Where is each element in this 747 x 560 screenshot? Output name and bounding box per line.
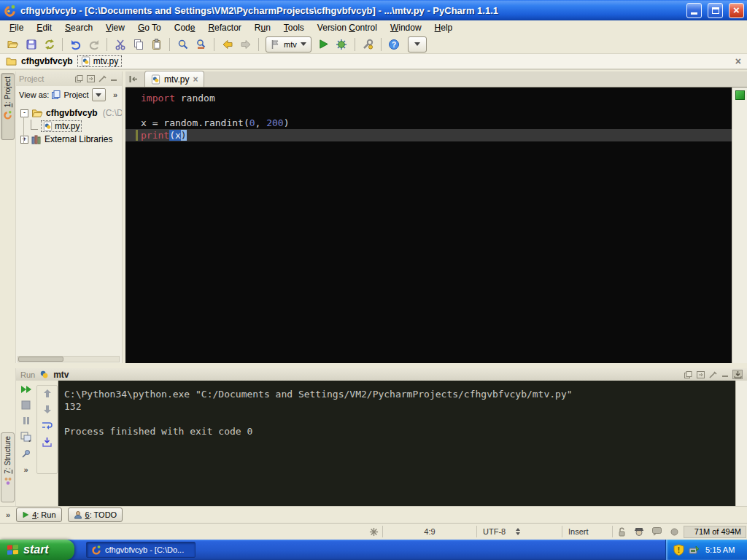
breadcrumb-file[interactable]: mtv.py bbox=[77, 55, 122, 67]
copy-button[interactable] bbox=[129, 36, 147, 52]
menu-window[interactable]: Window bbox=[384, 21, 428, 34]
stop-button[interactable] bbox=[21, 400, 31, 410]
start-button[interactable]: start bbox=[0, 540, 74, 560]
minimize-button[interactable] bbox=[686, 3, 702, 18]
navbar-close-icon[interactable]: × bbox=[735, 55, 741, 67]
help-icon: ? bbox=[388, 39, 400, 50]
toolbar-dropdown-button[interactable] bbox=[408, 36, 427, 52]
redo-button[interactable] bbox=[85, 36, 103, 52]
collapse-toggle-icon[interactable]: - bbox=[20, 109, 28, 117]
expand-toggle-icon[interactable]: + bbox=[20, 136, 28, 144]
panel-settings-icon[interactable] bbox=[708, 370, 718, 379]
synchronize-button[interactable] bbox=[40, 36, 58, 52]
forward-button[interactable] bbox=[236, 36, 255, 52]
background-tasks-icon[interactable] bbox=[365, 527, 382, 537]
file-encoding[interactable]: UTF-8 bbox=[477, 524, 562, 540]
cut-button[interactable] bbox=[111, 36, 129, 52]
console-right-stripe bbox=[735, 381, 747, 506]
copy-icon bbox=[133, 39, 144, 50]
editor-tab-mtv[interactable]: mtv.py × bbox=[144, 71, 204, 87]
breadcrumb-project[interactable]: cfhgvbfvcyb bbox=[21, 56, 73, 66]
run-tab-label[interactable]: mtv bbox=[53, 370, 69, 380]
menu-refactor[interactable]: Refactor bbox=[201, 21, 247, 34]
menu-search[interactable]: Search bbox=[58, 21, 99, 34]
libraries-icon bbox=[31, 135, 42, 144]
undo-button[interactable] bbox=[66, 36, 85, 52]
safely-remove-hardware-icon[interactable] bbox=[689, 545, 700, 555]
tool-button-todo[interactable]: 6: TODO bbox=[68, 508, 123, 522]
notifications-bubble-icon[interactable] bbox=[648, 527, 665, 536]
minimize-panel-icon[interactable] bbox=[720, 370, 730, 379]
tool-button-structure[interactable]: 7: Structure bbox=[1, 432, 15, 502]
viewas-chevrons[interactable]: » bbox=[113, 90, 117, 99]
hide-panel-icon[interactable] bbox=[732, 370, 743, 379]
run-console[interactable]: C:\Python34\python.exe "C:/Documents and… bbox=[58, 381, 735, 506]
debug-button[interactable] bbox=[333, 36, 351, 52]
dock-window-icon[interactable] bbox=[695, 370, 705, 379]
dock-window-icon[interactable] bbox=[86, 74, 96, 83]
restore-layout-button[interactable] bbox=[20, 432, 31, 442]
view-mode-value[interactable]: Project bbox=[63, 90, 88, 99]
tree-row-root[interactable]: - cfhgvbfvcyb (C:\Do bbox=[20, 106, 122, 120]
insert-mode-indicator[interactable]: Insert bbox=[562, 524, 612, 540]
scrollbar-thumb[interactable] bbox=[18, 357, 63, 362]
run-configuration-select[interactable]: mtv bbox=[266, 36, 311, 52]
horizontal-splitter[interactable] bbox=[0, 363, 747, 368]
toolwin-chevrons[interactable]: » bbox=[6, 510, 10, 519]
menu-edit[interactable]: Edit bbox=[30, 21, 58, 34]
panel-settings-icon[interactable] bbox=[98, 74, 107, 83]
restore-button[interactable] bbox=[708, 3, 723, 18]
rerun-button[interactable] bbox=[20, 385, 32, 394]
float-window-icon[interactable] bbox=[74, 74, 84, 83]
pause-button[interactable] bbox=[22, 416, 31, 425]
soft-wrap-button[interactable] bbox=[42, 421, 53, 430]
menu-run[interactable]: Run bbox=[248, 21, 277, 34]
open-button[interactable] bbox=[4, 36, 22, 52]
close-button[interactable]: × bbox=[729, 3, 744, 18]
memory-indicator[interactable]: 71M of 494M bbox=[684, 526, 746, 538]
menu-bar: File Edit Search View Go To Code Refacto… bbox=[0, 20, 747, 35]
tree-row-libraries[interactable]: + External Libraries bbox=[20, 133, 122, 146]
tab-close-icon[interactable]: × bbox=[193, 74, 198, 85]
menu-file[interactable]: File bbox=[3, 21, 30, 34]
help-button[interactable]: ? bbox=[385, 36, 403, 52]
forward-arrow-icon bbox=[240, 39, 252, 50]
menu-view[interactable]: View bbox=[99, 21, 131, 34]
paste-button[interactable] bbox=[147, 36, 166, 52]
tree-file-selected[interactable]: mtv.py bbox=[41, 120, 82, 132]
tool-button-run[interactable]: 4: Run bbox=[16, 508, 61, 522]
collapse-left-icon[interactable] bbox=[128, 74, 139, 84]
taskbar-task-pycharm[interactable]: cfhgvbfvcyb - [C:\Do... bbox=[86, 542, 196, 558]
float-window-icon[interactable] bbox=[683, 370, 693, 379]
minimize-panel-icon[interactable] bbox=[109, 74, 119, 83]
tool-button-project[interactable]: 1: Project bbox=[1, 73, 15, 140]
menu-goto[interactable]: Go To bbox=[131, 21, 168, 34]
save-button[interactable] bbox=[22, 36, 40, 52]
back-button[interactable] bbox=[218, 36, 236, 52]
run-toolbar-chevrons[interactable]: » bbox=[23, 465, 28, 474]
minimize-icon bbox=[691, 12, 697, 15]
lock-icon[interactable] bbox=[613, 527, 630, 537]
view-mode-dropdown[interactable] bbox=[92, 88, 106, 101]
status-circle-icon[interactable] bbox=[665, 528, 683, 536]
hector-inspector-icon[interactable] bbox=[630, 527, 648, 537]
inspection-status-icon[interactable] bbox=[735, 90, 745, 100]
find-button[interactable] bbox=[174, 36, 192, 52]
code-editor[interactable]: import random x = random.randint(0, 200)… bbox=[125, 88, 732, 363]
find-in-path-button[interactable] bbox=[192, 36, 210, 52]
prev-occurrence-button[interactable] bbox=[43, 389, 52, 398]
security-shield-icon[interactable]: ! bbox=[673, 544, 684, 556]
menu-tools[interactable]: Tools bbox=[277, 21, 311, 34]
caret-position[interactable]: 4:9 bbox=[383, 524, 476, 540]
run-button[interactable] bbox=[314, 36, 333, 52]
tree-row-file[interactable]: mtv.py bbox=[20, 120, 122, 133]
scroll-to-end-button[interactable] bbox=[42, 437, 53, 447]
code-line-3: x = random.randint(0, 200) bbox=[125, 117, 732, 129]
next-occurrence-button[interactable] bbox=[43, 405, 52, 414]
menu-code[interactable]: Code bbox=[168, 21, 202, 34]
project-horizontal-scrollbar[interactable] bbox=[18, 356, 120, 362]
menu-help[interactable]: Help bbox=[428, 21, 460, 34]
pin-button[interactable] bbox=[21, 448, 31, 459]
menu-version-control[interactable]: Version Control bbox=[311, 21, 384, 34]
settings-button[interactable] bbox=[359, 36, 377, 52]
